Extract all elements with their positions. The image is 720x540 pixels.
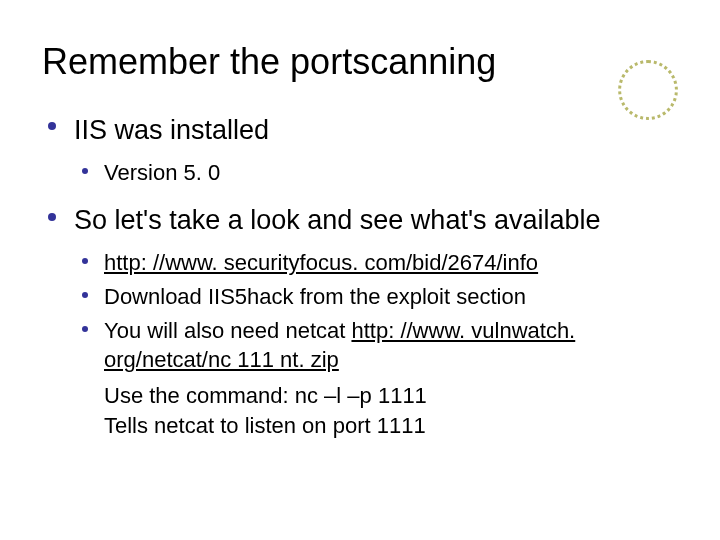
- bullet-text: You will also need netcat: [104, 318, 351, 343]
- bullet-text: Version 5. 0: [104, 160, 220, 185]
- bullet-text: IIS was installed: [74, 115, 269, 145]
- list-item: You will also need netcat http: //www. v…: [74, 316, 678, 375]
- list-item: Version 5. 0: [74, 158, 678, 188]
- slide: Remember the portscanning IIS was instal…: [0, 0, 720, 540]
- slide-title: Remember the portscanning: [42, 42, 678, 82]
- list-item: So let's take a look and see what's avai…: [42, 202, 678, 441]
- list-item: http: //www. securityfocus. com/bid/2674…: [74, 248, 678, 278]
- bullet-text: So let's take a look and see what's avai…: [74, 205, 601, 235]
- plain-text: Use the command: nc –l –p 1111: [74, 381, 678, 411]
- bullet-list: IIS was installed Version 5. 0 So let's …: [42, 112, 678, 441]
- list-item: Download IIS5hack from the exploit secti…: [74, 282, 678, 312]
- plain-text: Tells netcat to listen on port 1111: [74, 411, 678, 441]
- bullet-text: Download IIS5hack from the exploit secti…: [104, 284, 526, 309]
- sub-list: Version 5. 0: [74, 158, 678, 188]
- link-text[interactable]: http: //www. securityfocus. com/bid/2674…: [104, 250, 538, 275]
- sub-list: http: //www. securityfocus. com/bid/2674…: [74, 248, 678, 375]
- list-item: IIS was installed Version 5. 0: [42, 112, 678, 188]
- plain-lines: Use the command: nc –l –p 1111 Tells net…: [74, 381, 678, 440]
